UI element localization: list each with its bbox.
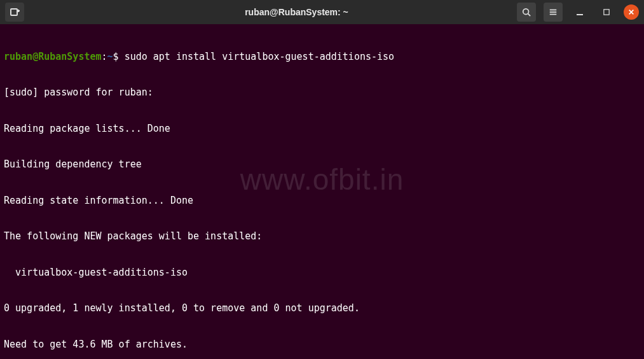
svg-rect-9	[604, 10, 609, 15]
svg-rect-0	[11, 9, 17, 15]
command-text: sudo apt install virtualbox-guest-additi…	[125, 51, 394, 62]
svg-point-3	[523, 9, 529, 15]
hamburger-menu-button[interactable]	[544, 3, 563, 22]
prompt-user: ruban@RubanSystem	[4, 51, 102, 62]
search-button[interactable]	[517, 3, 536, 22]
output-line: Reading package lists... Done	[4, 123, 640, 135]
terminal-body[interactable]: ruban@RubanSystem:~$ sudo apt install vi…	[0, 24, 644, 359]
svg-rect-7	[550, 14, 557, 15]
svg-rect-5	[550, 10, 557, 11]
prompt-dollar: $	[113, 51, 119, 62]
prompt-line: ruban@RubanSystem:~$ sudo apt install vi…	[4, 51, 640, 63]
output-line: 0 upgraded, 1 newly installed, 0 to remo…	[4, 302, 640, 314]
output-line: [sudo] password for ruban:	[4, 87, 640, 99]
close-button[interactable]	[624, 4, 639, 20]
prompt-path: ~	[107, 51, 113, 62]
svg-rect-8	[577, 14, 583, 15]
titlebar-right	[499, 3, 639, 22]
output-line: Building dependency tree	[4, 158, 640, 171]
new-tab-button[interactable]	[5, 3, 24, 22]
output-line: virtualbox-guest-additions-iso	[4, 267, 640, 279]
minimize-button[interactable]	[570, 3, 589, 22]
titlebar: ruban@RubanSystem: ~	[0, 0, 644, 24]
titlebar-left	[5, 3, 94, 22]
svg-line-4	[528, 14, 531, 17]
svg-rect-6	[550, 11, 557, 13]
output-line: Reading state information... Done	[4, 195, 640, 207]
output-line: Need to get 43.6 MB of archives.	[4, 339, 640, 351]
window-title: ruban@RubanSystem: ~	[94, 7, 499, 17]
output-line: The following NEW packages will be insta…	[4, 230, 640, 243]
maximize-button[interactable]	[597, 3, 616, 22]
